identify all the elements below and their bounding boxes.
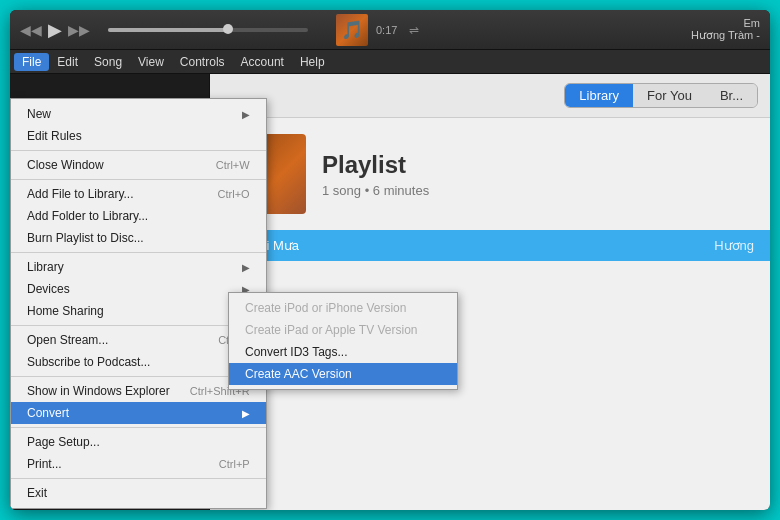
title-bar: ◀◀ ▶ ▶▶ 🎵 0:17 ⇌ Em Hương Tràm - (10, 10, 770, 50)
nav-btn-group: Library For You Br... (564, 83, 758, 108)
for-you-button[interactable]: For You (633, 84, 706, 107)
submenu-create-aac[interactable]: Create AAC Version (229, 363, 457, 385)
add-file-shortcut: Ctrl+O (218, 188, 250, 200)
menu-song[interactable]: Song (86, 53, 130, 71)
menu-page-setup[interactable]: Page Setup... (11, 431, 266, 453)
menu-help[interactable]: Help (292, 53, 333, 71)
shuffle-button[interactable]: ⇌ (409, 23, 419, 37)
play-button[interactable]: ▶ (48, 19, 62, 41)
rewind-button[interactable]: ◀◀ (20, 22, 42, 38)
menu-library[interactable]: Library ▶ (11, 256, 266, 278)
close-window-shortcut: Ctrl+W (216, 159, 250, 171)
playlist-subtitle: 1 song • 6 minutes (322, 183, 429, 198)
playlist-info: Playlist 1 song • 6 minutes (322, 151, 429, 198)
menu-add-folder[interactable]: Add Folder to Library... (11, 205, 266, 227)
convert-submenu: Create iPod or iPhone Version Create iPa… (228, 292, 458, 390)
playlist-title: Playlist (322, 151, 429, 179)
menu-file[interactable]: File (14, 53, 49, 71)
track-artist-label: Hương (714, 238, 754, 253)
track-info: 🎵 0:17 ⇌ (336, 14, 419, 46)
track-title: Em (744, 17, 761, 29)
convert-arrow: ▶ (242, 408, 250, 419)
content-top-bar: Library For You Br... (210, 74, 770, 118)
menu-edit-rules[interactable]: Edit Rules (11, 125, 266, 147)
menu-exit[interactable]: Exit (11, 482, 266, 504)
menu-print[interactable]: Print... Ctrl+P (11, 453, 266, 475)
track-title-display: Em Hương Tràm - (691, 17, 760, 42)
browse-button[interactable]: Br... (706, 84, 757, 107)
submenu-convert-id3[interactable]: Convert ID3 Tags... (229, 341, 457, 363)
menu-convert[interactable]: Convert ▶ (11, 402, 266, 424)
progress-bar[interactable] (108, 28, 308, 32)
menu-new[interactable]: New ▶ (11, 103, 266, 125)
menu-close-window[interactable]: Close Window Ctrl+W (11, 154, 266, 176)
menu-bar: File Edit Song View Controls Account Hel… (10, 50, 770, 74)
table-row[interactable]: Em Gái Mưa Hương (210, 230, 770, 261)
sep3 (11, 252, 266, 253)
menu-account[interactable]: Account (233, 53, 292, 71)
fast-forward-button[interactable]: ▶▶ (68, 22, 90, 38)
submenu-create-ipod-iphone[interactable]: Create iPod or iPhone Version (229, 297, 457, 319)
menu-burn-playlist[interactable]: Burn Playlist to Disc... (11, 227, 266, 249)
itunes-window: ◀◀ ▶ ▶▶ 🎵 0:17 ⇌ Em Hương Tràm - File Ed… (10, 10, 770, 510)
progress-fill (108, 28, 228, 32)
sep2 (11, 179, 266, 180)
sep6 (11, 427, 266, 428)
sep7 (11, 478, 266, 479)
library-button[interactable]: Library (565, 84, 633, 107)
album-art: 🎵 (336, 14, 368, 46)
new-arrow: ▶ (242, 109, 250, 120)
progress-thumb (223, 24, 233, 34)
main-content: Library For You Br... Playlist 1 song • … (10, 74, 770, 510)
album-art-image: 🎵 (336, 14, 368, 46)
library-arrow: ▶ (242, 262, 250, 273)
submenu-create-ipad-appletv[interactable]: Create iPad or Apple TV Version (229, 319, 457, 341)
track-name: Em Gái Mưa (226, 238, 714, 253)
menu-controls[interactable]: Controls (172, 53, 233, 71)
menu-view[interactable]: View (130, 53, 172, 71)
print-shortcut: Ctrl+P (219, 458, 250, 470)
menu-add-file[interactable]: Add File to Library... Ctrl+O (11, 183, 266, 205)
track-list: Em Gái Mưa Hương (210, 230, 770, 261)
track-time: 0:17 (376, 24, 397, 36)
menu-edit[interactable]: Edit (49, 53, 86, 71)
transport-controls: ◀◀ ▶ ▶▶ (20, 19, 90, 41)
playlist-header: Playlist 1 song • 6 minutes (210, 118, 770, 230)
track-artist: Hương Tràm - (691, 29, 760, 41)
track-time-display: 0:17 (376, 24, 397, 36)
sep1 (11, 150, 266, 151)
